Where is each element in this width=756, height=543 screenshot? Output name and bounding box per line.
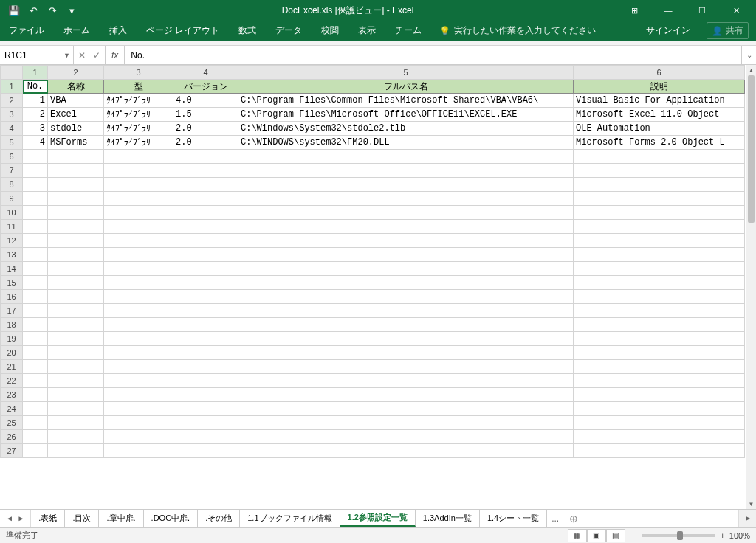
sheet-tab[interactable]: 1.3AddIn一覧 <box>416 510 480 527</box>
cell[interactable] <box>48 248 104 262</box>
cell[interactable] <box>48 444 104 458</box>
cell[interactable] <box>23 276 48 290</box>
row-header[interactable]: 18 <box>1 318 23 332</box>
cell[interactable]: C:\Windows\System32\stdole2.tlb <box>238 122 574 136</box>
cell[interactable] <box>23 332 48 346</box>
cell[interactable] <box>23 248 48 262</box>
add-sheet-button[interactable]: ⊕ <box>563 510 584 527</box>
cell[interactable] <box>574 220 745 234</box>
cell[interactable] <box>23 360 48 374</box>
data-header-cell[interactable]: No. <box>23 80 48 94</box>
cell[interactable]: 4.0 <box>173 94 238 108</box>
signin-link[interactable]: サインイン <box>646 24 690 37</box>
cell[interactable] <box>23 318 48 332</box>
cell[interactable] <box>173 388 238 402</box>
cell[interactable]: VBA <box>48 94 104 108</box>
share-button[interactable]: 👤共有 <box>707 22 749 39</box>
cell[interactable] <box>173 276 238 290</box>
tab-home[interactable]: ホーム <box>62 21 92 40</box>
formula-input[interactable] <box>131 50 735 60</box>
tell-me[interactable]: 💡実行したい作業を入力してください <box>439 24 596 37</box>
cell[interactable] <box>104 234 173 248</box>
data-header-cell[interactable]: 名称 <box>48 80 104 94</box>
cell[interactable]: 4 <box>23 136 48 150</box>
row-header[interactable]: 6 <box>1 150 23 164</box>
cell[interactable] <box>574 374 745 388</box>
cell[interactable] <box>574 430 745 444</box>
tab-file[interactable]: ファイル <box>7 21 46 40</box>
sheet-tab[interactable]: .表紙 <box>31 510 65 527</box>
cell[interactable] <box>238 220 574 234</box>
row-header[interactable]: 24 <box>1 402 23 416</box>
sheet-tab[interactable]: .目次 <box>65 510 99 527</box>
cell[interactable] <box>23 346 48 360</box>
cell[interactable] <box>238 444 574 458</box>
row-header[interactable]: 19 <box>1 332 23 346</box>
tab-team[interactable]: チーム <box>394 21 423 40</box>
row-header[interactable]: 5 <box>1 136 23 150</box>
row-header[interactable]: 14 <box>1 262 23 276</box>
cell[interactable] <box>173 444 238 458</box>
sheet-tab[interactable]: 1.4シート一覧 <box>480 510 547 527</box>
cell[interactable] <box>574 304 745 318</box>
cell[interactable] <box>238 388 574 402</box>
cell[interactable] <box>48 262 104 276</box>
sheet-tab[interactable]: .章中扉. <box>99 510 143 527</box>
zoom-out-button[interactable]: − <box>633 531 637 540</box>
cell[interactable] <box>104 374 173 388</box>
cell[interactable] <box>173 360 238 374</box>
cell[interactable]: Microsoft Excel 11.0 Object <box>574 108 745 122</box>
cell[interactable] <box>173 234 238 248</box>
col-header[interactable]: 6 <box>574 66 745 80</box>
undo-icon[interactable]: ↶ <box>27 4 40 17</box>
cell[interactable]: 1.5 <box>173 108 238 122</box>
data-header-cell[interactable]: バージョン <box>173 80 238 94</box>
tab-view[interactable]: 表示 <box>357 21 377 40</box>
cell[interactable] <box>23 374 48 388</box>
cell[interactable] <box>173 318 238 332</box>
cell[interactable] <box>23 388 48 402</box>
cell[interactable]: ﾀｲﾌﾟﾗｲﾌﾞﾗﾘ <box>104 108 173 122</box>
cell[interactable] <box>104 346 173 360</box>
cell[interactable] <box>48 388 104 402</box>
cell[interactable] <box>574 178 745 192</box>
zoom-level[interactable]: 100% <box>729 531 750 540</box>
scroll-up-icon[interactable]: ▲ <box>746 65 756 75</box>
cell[interactable] <box>238 248 574 262</box>
cell[interactable] <box>48 206 104 220</box>
cell[interactable]: 2.0 <box>173 136 238 150</box>
row-header[interactable]: 20 <box>1 346 23 360</box>
cell[interactable] <box>104 402 173 416</box>
cell[interactable] <box>104 262 173 276</box>
cell[interactable] <box>574 444 745 458</box>
cell[interactable] <box>48 234 104 248</box>
cell[interactable]: OLE Automation <box>574 122 745 136</box>
cell[interactable] <box>104 248 173 262</box>
cell[interactable] <box>104 388 173 402</box>
redo-icon[interactable]: ↷ <box>46 4 59 17</box>
cell[interactable] <box>104 332 173 346</box>
cell[interactable] <box>173 164 238 178</box>
cell[interactable] <box>574 360 745 374</box>
cell[interactable] <box>48 430 104 444</box>
cell[interactable] <box>173 430 238 444</box>
cell[interactable] <box>238 374 574 388</box>
data-header-cell[interactable]: 説明 <box>574 80 745 94</box>
cell[interactable] <box>238 416 574 430</box>
cell[interactable]: MSForms <box>48 136 104 150</box>
row-header[interactable]: 25 <box>1 416 23 430</box>
row-header[interactable]: 4 <box>1 122 23 136</box>
save-icon[interactable]: 💾 <box>7 4 21 17</box>
cell[interactable] <box>104 220 173 234</box>
cell[interactable] <box>23 220 48 234</box>
cell[interactable] <box>238 346 574 360</box>
cell[interactable]: 2.0 <box>173 122 238 136</box>
cell[interactable] <box>48 360 104 374</box>
cell[interactable] <box>238 276 574 290</box>
row-header[interactable]: 1 <box>1 80 23 94</box>
sheet-tab[interactable]: 1.2参照設定一覧 <box>340 510 416 527</box>
cell[interactable] <box>173 304 238 318</box>
cell[interactable] <box>23 290 48 304</box>
cell[interactable] <box>48 304 104 318</box>
cell[interactable] <box>574 234 745 248</box>
